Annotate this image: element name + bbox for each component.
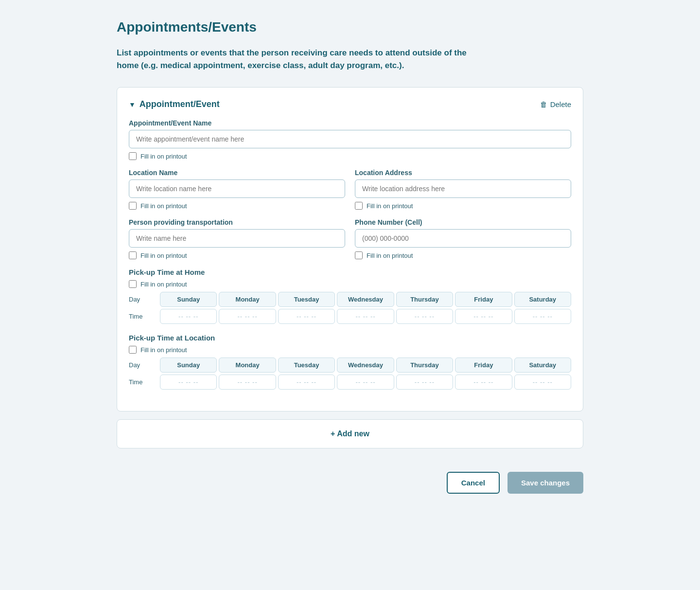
pickup-location-printout-checkbox[interactable] bbox=[129, 346, 137, 354]
pickup-location-time-sunday[interactable]: -- -- -- bbox=[160, 375, 217, 390]
pickup-location-time-tuesday[interactable]: -- -- -- bbox=[278, 375, 335, 390]
event-name-field-group: Appointment/Event Name Fill in on printo… bbox=[129, 119, 571, 160]
pickup-location-thursday: Thursday bbox=[396, 358, 453, 373]
pickup-home-day-label: Day bbox=[129, 296, 158, 303]
trash-icon: 🗑 bbox=[540, 100, 547, 108]
transport-printout-row: Fill in on printout bbox=[129, 251, 345, 259]
pickup-home-friday: Friday bbox=[455, 292, 512, 307]
transport-label: Person providing transportation bbox=[129, 218, 345, 226]
card-title: ▼ Appointment/Event bbox=[129, 99, 220, 109]
pickup-location-time-wednesday[interactable]: -- -- -- bbox=[337, 375, 394, 390]
pickup-home-printout-label: Fill in on printout bbox=[140, 281, 187, 288]
pickup-location-title: Pick-up Time at Location bbox=[129, 334, 571, 342]
pickup-location-friday: Friday bbox=[455, 358, 512, 373]
location-name-printout-row: Fill in on printout bbox=[129, 202, 345, 210]
page-title: Appointments/Events bbox=[117, 19, 583, 35]
save-button[interactable]: Save changes bbox=[508, 472, 583, 494]
pickup-home-printout-row: Fill in on printout bbox=[129, 280, 571, 288]
phone-printout-checkbox[interactable] bbox=[355, 251, 363, 259]
pickup-location-time-friday[interactable]: -- -- -- bbox=[455, 375, 512, 390]
event-name-printout-row: Fill in on printout bbox=[129, 152, 571, 160]
pickup-location-tuesday: Tuesday bbox=[278, 358, 335, 373]
event-name-label: Appointment/Event Name bbox=[129, 119, 571, 127]
pickup-home-sunday: Sunday bbox=[160, 292, 217, 307]
phone-field-group: Phone Number (Cell) Fill in on printout bbox=[355, 218, 571, 259]
pickup-location-time-label: Time bbox=[129, 378, 158, 386]
pickup-location-day-label: Day bbox=[129, 361, 158, 369]
event-name-input[interactable] bbox=[129, 130, 571, 148]
pickup-home-time-wednesday[interactable]: -- -- -- bbox=[337, 309, 394, 324]
transport-field-group: Person providing transportation Fill in … bbox=[129, 218, 345, 259]
appointment-card: ▼ Appointment/Event 🗑 Delete Appointment… bbox=[117, 87, 583, 411]
pickup-location-wednesday: Wednesday bbox=[337, 358, 394, 373]
location-address-label: Location Address bbox=[355, 169, 571, 177]
location-address-printout-label: Fill in on printout bbox=[367, 202, 413, 210]
pickup-home-time-saturday[interactable]: -- -- -- bbox=[514, 309, 571, 324]
event-name-printout-checkbox[interactable] bbox=[129, 152, 137, 160]
location-address-input[interactable] bbox=[355, 179, 571, 198]
pickup-home-tuesday: Tuesday bbox=[278, 292, 335, 307]
transport-input[interactable] bbox=[129, 229, 345, 248]
pickup-home-time-sunday[interactable]: -- -- -- bbox=[160, 309, 217, 324]
pickup-location-saturday: Saturday bbox=[514, 358, 571, 373]
cancel-button[interactable]: Cancel bbox=[447, 472, 500, 494]
pickup-home-time-thursday[interactable]: -- -- -- bbox=[396, 309, 453, 324]
location-address-printout-row: Fill in on printout bbox=[355, 202, 571, 210]
pickup-location-grid: Day Sunday Monday Tuesday Wednesday Thur… bbox=[129, 358, 571, 390]
pickup-home-thursday: Thursday bbox=[396, 292, 453, 307]
event-name-printout-label: Fill in on printout bbox=[140, 153, 187, 160]
pickup-home-saturday: Saturday bbox=[514, 292, 571, 307]
delete-button[interactable]: 🗑 Delete bbox=[540, 100, 571, 108]
pickup-home-monday: Monday bbox=[219, 292, 276, 307]
pickup-home-time-friday[interactable]: -- -- -- bbox=[455, 309, 512, 324]
transport-printout-label: Fill in on printout bbox=[140, 252, 187, 259]
page-wrapper: Appointments/Events List appointments or… bbox=[0, 0, 700, 533]
location-name-printout-label: Fill in on printout bbox=[140, 202, 187, 210]
location-address-printout-checkbox[interactable] bbox=[355, 202, 363, 210]
location-name-label: Location Name bbox=[129, 169, 345, 177]
phone-printout-row: Fill in on printout bbox=[355, 251, 571, 259]
pickup-location-monday: Monday bbox=[219, 358, 276, 373]
pickup-location-sunday: Sunday bbox=[160, 358, 217, 373]
pickup-home-printout-checkbox[interactable] bbox=[129, 280, 137, 288]
location-row: Location Name Fill in on printout Locati… bbox=[129, 169, 571, 218]
pickup-location-time-monday[interactable]: -- -- -- bbox=[219, 375, 276, 390]
pickup-home-time-tuesday[interactable]: -- -- -- bbox=[278, 309, 335, 324]
add-new-card: + Add new bbox=[117, 419, 583, 448]
phone-input[interactable] bbox=[355, 229, 571, 248]
location-name-printout-checkbox[interactable] bbox=[129, 202, 137, 210]
add-new-label: + Add new bbox=[331, 429, 369, 438]
location-address-field-group: Location Address Fill in on printout bbox=[355, 169, 571, 210]
pickup-home-time-label: Time bbox=[129, 313, 158, 320]
card-header: ▼ Appointment/Event 🗑 Delete bbox=[129, 99, 571, 109]
pickup-home-grid: Day Sunday Monday Tuesday Wednesday Thur… bbox=[129, 292, 571, 324]
phone-label: Phone Number (Cell) bbox=[355, 218, 571, 226]
location-name-field-group: Location Name Fill in on printout bbox=[129, 169, 345, 210]
chevron-down-icon: ▼ bbox=[129, 101, 136, 108]
pickup-home-wednesday: Wednesday bbox=[337, 292, 394, 307]
phone-printout-label: Fill in on printout bbox=[367, 252, 413, 259]
transport-phone-row: Person providing transportation Fill in … bbox=[129, 218, 571, 268]
pickup-home-time-monday[interactable]: -- -- -- bbox=[219, 309, 276, 324]
card-title-label: Appointment/Event bbox=[140, 99, 220, 109]
add-new-button[interactable]: + Add new bbox=[331, 429, 369, 438]
pickup-home-section: Pick-up Time at Home Fill in on printout… bbox=[129, 268, 571, 324]
pickup-location-time-saturday[interactable]: -- -- -- bbox=[514, 375, 571, 390]
location-name-input[interactable] bbox=[129, 179, 345, 198]
transport-printout-checkbox[interactable] bbox=[129, 251, 137, 259]
page-description: List appointments or events that the per… bbox=[117, 47, 467, 72]
pickup-location-section: Pick-up Time at Location Fill in on prin… bbox=[129, 334, 571, 390]
delete-label: Delete bbox=[550, 100, 571, 108]
pickup-location-time-thursday[interactable]: -- -- -- bbox=[396, 375, 453, 390]
pickup-location-printout-row: Fill in on printout bbox=[129, 346, 571, 354]
pickup-home-title: Pick-up Time at Home bbox=[129, 268, 571, 276]
pickup-location-printout-label: Fill in on printout bbox=[140, 346, 187, 354]
footer-actions: Cancel Save changes bbox=[117, 472, 583, 494]
